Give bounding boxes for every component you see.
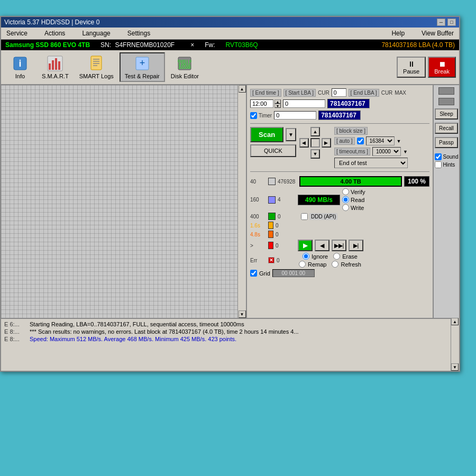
sound-label: Sound — [443, 154, 459, 160]
log-text-0: Starting Reading, LBA=0..7814037167, FUL… — [30, 321, 244, 327]
nav-right-button[interactable]: ▶ — [322, 138, 331, 148]
start-lba-input[interactable] — [283, 99, 325, 108]
timeout-arrow: ▼ — [403, 149, 408, 154]
verify-radio[interactable] — [342, 188, 349, 195]
toolbar-disk-editor[interactable]: 01011 0 110011 101000 Disk Editor — [166, 53, 204, 81]
verify-label: Verify — [351, 189, 365, 195]
firmware-label: Fw: — [205, 41, 215, 49]
scan-btn-row: Scan ▼ — [250, 127, 296, 142]
scan-button[interactable]: Scan — [250, 127, 283, 142]
repair-options: Ignore Erase Remap Refresh — [299, 253, 361, 268]
nav-center — [310, 138, 320, 148]
svg-text:+: + — [140, 58, 145, 68]
timer-row: Timer 7814037167 — [250, 111, 429, 120]
log-scroll-track[interactable] — [451, 325, 459, 363]
write-label: Write — [351, 205, 364, 211]
scan-area: ▲ ▼ — [1, 85, 247, 318]
timer-input[interactable] — [274, 111, 316, 120]
nav-diamond: ▲ ◀ ▶ ▼ — [299, 127, 331, 159]
block-size-row: [ block size ] — [334, 127, 408, 135]
menu-actions[interactable]: Actions — [41, 29, 68, 38]
menu-settings[interactable]: Settings — [124, 29, 153, 38]
title-bar: Victoria 5.37 HDD/SSD | Device 0 ─ □ — [1, 17, 459, 28]
minimize-button[interactable]: ─ — [437, 19, 445, 26]
auto-checkbox[interactable] — [357, 138, 364, 144]
refresh-radio[interactable] — [332, 261, 338, 268]
block-size-select[interactable]: 16384 — [366, 136, 395, 145]
progress-bar: 4.00 TB — [299, 176, 402, 187]
scroll-up[interactable]: ▲ — [239, 85, 246, 93]
remap-radio[interactable] — [299, 261, 306, 268]
bottom-checkboxes: Sound Hints — [435, 153, 459, 168]
ddd-api-label: DDD (API) — [309, 213, 337, 220]
speed-bar-40 — [268, 178, 276, 185]
nav-left-button[interactable]: ◀ — [299, 138, 309, 148]
nav-up-button[interactable]: ▲ — [310, 127, 320, 136]
cur-input[interactable] — [332, 88, 346, 97]
speed-count-160: 4 — [278, 197, 294, 203]
toolbar-smart[interactable]: S.M.A.R.T — [37, 53, 74, 81]
menu-view-buffer[interactable]: View Buffer — [418, 29, 457, 38]
sleep-button[interactable]: Sleep — [435, 108, 458, 120]
scroll-track[interactable] — [239, 93, 246, 310]
timer-checkbox[interactable] — [250, 112, 257, 119]
ddd-api-checkbox[interactable] — [301, 213, 308, 220]
serial-number-value: S4FRNE0MB01020F — [115, 41, 175, 49]
skip-end-button[interactable]: ▶| — [349, 240, 363, 251]
passp-button[interactable]: Passp — [435, 137, 458, 148]
menu-help[interactable]: Help — [388, 29, 408, 38]
toolbar-smart-logs-label: SMART Logs — [79, 73, 114, 79]
skip-fwd-button[interactable]: ▶▶| — [332, 240, 346, 251]
control-panel: [ End time ] [ Start LBA ] CUR [ End LBA… — [247, 85, 433, 318]
svg-rect-3 — [49, 63, 51, 70]
sound-checkbox[interactable] — [435, 153, 442, 160]
read-radio[interactable] — [342, 196, 349, 203]
scan-scrollbar: ▲ ▼ — [237, 85, 246, 318]
cur-label: CUR — [318, 90, 329, 96]
speed-bar-1s6 — [268, 222, 273, 229]
pause-button[interactable]: ⏸ Pause — [397, 57, 426, 78]
nav-down-button[interactable]: ▼ — [310, 149, 320, 159]
device-close[interactable]: × — [190, 41, 194, 49]
refresh-label: Refresh — [341, 261, 361, 268]
quick-button[interactable]: QUICK — [250, 144, 296, 157]
scroll-down[interactable]: ▼ — [239, 310, 246, 318]
ignore-radio[interactable] — [303, 253, 309, 260]
log-scroll-down[interactable]: ▼ — [451, 363, 459, 371]
err-row: Err ✕ 0 Ignore Erase — [250, 253, 429, 268]
svg-text:i: i — [19, 58, 21, 69]
hints-checkbox[interactable] — [435, 161, 442, 168]
err-label: Err — [250, 258, 266, 263]
write-radio[interactable] — [342, 204, 349, 211]
time-up[interactable]: ▲ — [274, 99, 281, 104]
disk-editor-icon: 01011 0 110011 101000 — [176, 55, 193, 72]
end-lba-dark: 7814037167 — [318, 111, 361, 120]
grid-checkbox[interactable] — [250, 270, 257, 277]
menu-language[interactable]: Language — [79, 29, 113, 38]
menu-service[interactable]: Service — [3, 29, 31, 38]
time-input[interactable] — [250, 99, 273, 108]
time-spinner: ▲ ▼ — [274, 99, 281, 108]
lba-info: 7814037168 LBA (4.0 TB) — [381, 41, 455, 49]
toolbar-smart-logs[interactable]: SMART Logs — [75, 53, 118, 81]
right-indicator-1 — [438, 87, 454, 95]
time-down[interactable]: ▼ — [274, 104, 281, 108]
right-indicator-2 — [438, 98, 454, 105]
svg-rect-4 — [52, 60, 54, 70]
recall-button[interactable]: Recall — [435, 123, 458, 134]
playback-controls: ▶ ◀ ▶▶| ▶| — [298, 240, 363, 251]
maximize-button[interactable]: □ — [447, 19, 456, 26]
window-title: Victoria 5.37 HDD/SSD | Device 0 — [4, 19, 99, 26]
rewind-button[interactable]: ◀ — [315, 240, 329, 251]
break-button[interactable]: ⏹ Break — [428, 57, 456, 78]
title-bar-buttons: ─ □ — [437, 19, 456, 26]
end-of-test-select[interactable]: End of test — [334, 158, 408, 168]
erase-radio[interactable] — [333, 253, 340, 260]
toolbar-test-repair[interactable]: + Test & Repair — [120, 52, 165, 82]
toolbar-info[interactable]: i Info — [4, 53, 36, 81]
scan-dropdown[interactable]: ▼ — [286, 128, 296, 141]
timeout-select[interactable]: 10000 — [372, 147, 401, 156]
log-scroll-up[interactable]: ▲ — [451, 318, 459, 325]
grid-label: Grid — [259, 270, 270, 277]
play-button[interactable]: ▶ — [298, 240, 313, 251]
